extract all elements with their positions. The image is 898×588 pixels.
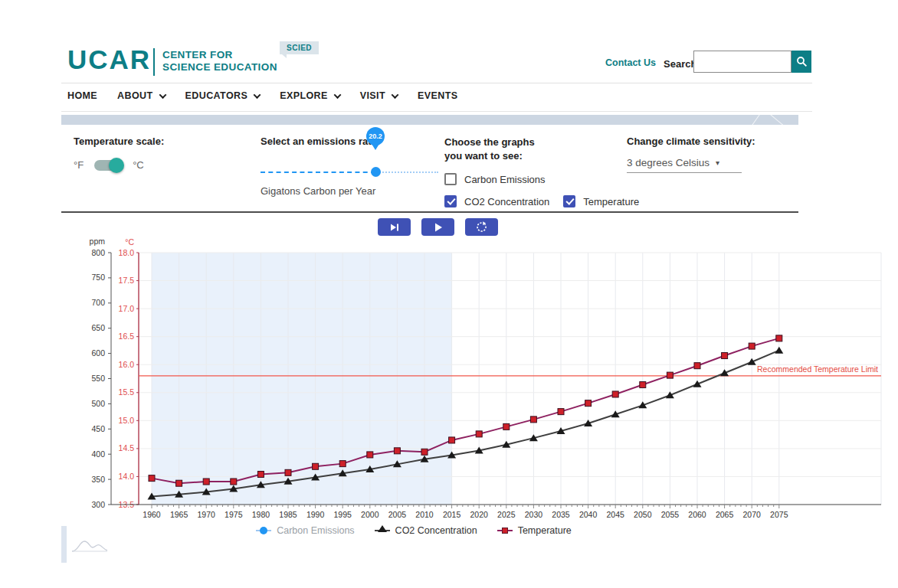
ucar-logo[interactable]: UCAR [67,44,151,75]
legend-label: CO2 Concentration [395,525,477,536]
temperature-unit-toggle[interactable] [94,160,122,171]
checkbox-icon[interactable] [444,173,457,185]
legend-line [497,530,513,531]
logo-tagline-line2: SCIENCE EDUCATION [162,61,277,74]
mountain-sketch-icon [70,537,109,554]
climate-chart-svg: 300350400450500550600650700750800ppm13.5… [61,234,898,549]
triangle-marker-icon [378,525,387,532]
checkbox-icon[interactable] [444,195,457,207]
temperature-scale-label: Temperature scale: [74,136,164,147]
checkbox-label: CO2 Concentration [464,196,549,207]
emissions-rate-slider[interactable] [261,167,438,178]
svg-text:17.0: 17.0 [119,304,135,313]
checkbox-temperature[interactable]: Temperature [563,195,639,207]
svg-text:2040: 2040 [579,510,598,519]
graphs-heading: Choose the graphs you want to see: [444,136,639,163]
legend-label: Carbon Emissions [277,525,354,536]
legend-item-carbon-emissions[interactable]: Carbon Emissions [256,525,354,536]
legend-label: Temperature [518,525,572,536]
svg-text:2010: 2010 [415,510,434,519]
svg-text:18.0: 18.0 [119,248,135,257]
emissions-rate-control: Select an emissions rate: 20.2 Gigatons … [261,136,438,197]
nav-item-explore[interactable]: EXPLORE [280,90,340,101]
nav-label: VISIT [360,90,385,101]
svg-text:2075: 2075 [770,510,788,519]
nav-item-educators[interactable]: EDUCATORS [185,90,261,101]
nav-item-about[interactable]: ABOUT [117,90,165,101]
legend-line [375,530,390,531]
svg-text:15.5: 15.5 [119,387,135,397]
skip-to-end-icon [389,222,400,233]
nav-item-visit[interactable]: VISIT [360,90,398,101]
graphs-heading-line2: you want to see: [444,149,639,163]
climate-chart: 300350400450500550600650700750800ppm13.5… [61,234,898,549]
svg-text:2060: 2060 [688,510,706,519]
emissions-rate-unit: Gigatons Carbon per Year [261,185,438,197]
svg-text:550: 550 [91,374,105,383]
graphs-heading-line1: Choose the graphs [444,136,639,149]
chevron-down-icon [392,91,399,99]
chart-legend: Carbon Emissions CO2 Concentration Tempe… [0,525,831,536]
checkbox-carbon-emissions[interactable]: Carbon Emissions [444,173,546,185]
svg-text:2030: 2030 [525,510,543,519]
slider-track-remaining[interactable] [377,172,438,173]
slider-thumb[interactable] [371,167,381,177]
svg-text:1965: 1965 [170,510,188,519]
svg-text:400: 400 [91,449,105,459]
svg-text:2020: 2020 [470,510,489,519]
slider-track-filled[interactable] [261,172,375,173]
chevron-down-icon [333,91,341,99]
svg-text:1970: 1970 [198,510,216,519]
svg-text:16.5: 16.5 [119,332,135,341]
temperature-scale-control: Temperature scale: °F °C [74,136,164,171]
page: UCAR CENTER FOR SCIENCE EDUCATION SCIED … [0,0,898,588]
reset-icon [476,221,487,233]
svg-text:2070: 2070 [743,510,762,519]
svg-text:600: 600 [91,348,105,358]
band-line-art [746,115,765,125]
graph-visibility-control: Choose the graphs you want to see: Carbo… [444,136,639,207]
band-line-art [766,115,790,125]
fahrenheit-label: °F [74,159,84,171]
chevron-down-icon [159,91,166,99]
legend-item-co2-concentration[interactable]: CO2 Concentration [375,525,477,536]
svg-text:16.0: 16.0 [119,360,135,369]
logo-tagline: CENTER FOR SCIENCE EDUCATION [162,49,277,74]
svg-text:1975: 1975 [224,510,243,519]
search-button[interactable] [791,51,811,73]
nav-item-home[interactable]: HOME [67,90,97,101]
search-input[interactable] [693,51,791,73]
svg-text:750: 750 [91,273,105,282]
svg-text:450: 450 [91,424,105,433]
play-icon [433,222,444,233]
svg-text:17.5: 17.5 [119,276,135,285]
svg-text:2050: 2050 [634,510,652,519]
nav-label: EVENTS [418,90,457,101]
toggle-knob[interactable] [109,158,124,173]
historical-region [152,253,452,505]
nav-label: HOME [67,90,97,101]
header-divider [61,83,812,83]
svg-text:°C: °C [125,237,134,247]
svg-text:ppm: ppm [90,237,106,246]
svg-text:1990: 1990 [306,510,325,519]
footer-strip [61,526,67,563]
contact-us-link[interactable]: Contact Us [605,57,656,68]
sensitivity-select[interactable]: 3 degrees Celsius ▾ [627,157,742,173]
svg-text:Recommended Temperature Limit: Recommended Temperature Limit [757,364,878,374]
svg-text:2005: 2005 [388,510,407,519]
svg-text:1980: 1980 [252,510,270,519]
legend-item-temperature[interactable]: Temperature [497,525,572,536]
checkbox-icon[interactable] [563,195,575,207]
svg-text:2055: 2055 [661,510,680,519]
nav-item-events[interactable]: EVENTS [418,90,457,101]
svg-text:1985: 1985 [279,510,297,519]
ppm-axis: 300350400450500550600650700750800ppm [90,237,111,509]
svg-text:650: 650 [91,323,105,332]
square-marker-icon [502,528,508,534]
nav-label: EDUCATORS [185,90,248,101]
search-label: Search [664,58,696,70]
checkbox-co2-concentration[interactable]: CO2 Concentration [444,195,549,207]
sensitivity-value: 3 degrees Celsius [627,157,710,168]
scied-badge[interactable]: SCIED [280,41,319,54]
